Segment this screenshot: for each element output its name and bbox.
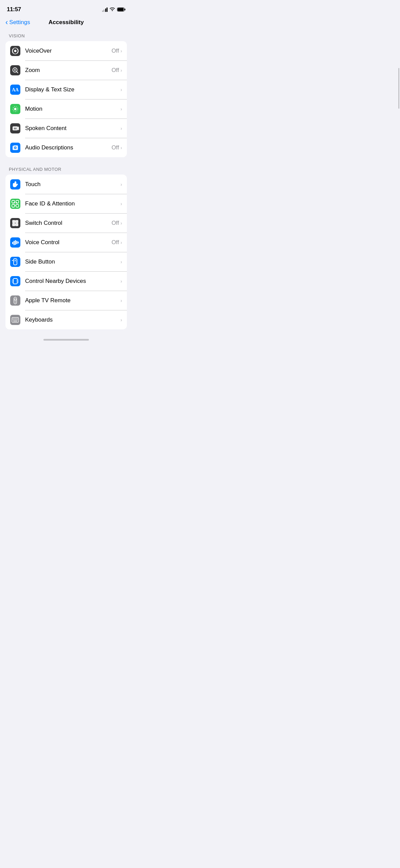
svg-rect-2 [118, 8, 124, 11]
motion-chevron-icon: › [120, 106, 122, 112]
home-indicator [0, 335, 132, 343]
apple-tv-remote-icon [10, 295, 20, 306]
motion-icon [10, 104, 20, 114]
face-id-row[interactable]: Face ID & Attention › [5, 194, 127, 213]
nav-bar: ‹ Settings Accessibility [0, 17, 132, 30]
audio-descriptions-status: Off [112, 144, 119, 151]
audio-descriptions-icon [10, 143, 20, 153]
zoom-label: Zoom [25, 67, 40, 74]
svg-point-4 [14, 50, 17, 52]
keyboards-icon [10, 315, 20, 325]
voiceover-row[interactable]: VoiceOver Off › [5, 41, 127, 60]
audio-descriptions-content: Audio Descriptions Off › [25, 144, 122, 151]
face-id-chevron-icon: › [120, 201, 122, 206]
keyboards-content: Keyboards › [25, 317, 122, 323]
switch-control-row[interactable]: Switch Control Off › [5, 213, 127, 233]
touch-content: Touch › [25, 181, 122, 188]
motion-content: Motion › [25, 106, 122, 112]
svg-point-36 [15, 284, 16, 284]
battery-icon [117, 7, 126, 12]
switch-control-content: Switch Control Off › [25, 220, 122, 227]
motion-row[interactable]: Motion › [5, 99, 127, 119]
voice-control-chevron-icon: › [120, 239, 122, 245]
zoom-right: Off › [112, 67, 122, 74]
svg-line-6 [17, 71, 18, 73]
back-label: Settings [9, 19, 30, 26]
back-button[interactable]: ‹ Settings [5, 19, 30, 26]
apple-tv-remote-right: › [120, 297, 122, 303]
voiceover-label: VoiceOver [25, 48, 52, 54]
svg-rect-51 [17, 320, 18, 320]
svg-rect-24 [12, 220, 15, 223]
vision-section: VISION VoiceOver Off › [0, 33, 132, 157]
page-title: Accessibility [49, 19, 84, 26]
touch-label: Touch [25, 181, 40, 188]
control-nearby-chevron-icon: › [120, 278, 122, 284]
svg-point-17 [15, 147, 16, 148]
display-text-content: Display & Text Size › [25, 86, 122, 93]
svg-text:AA: AA [12, 87, 19, 92]
side-button-right: › [120, 259, 122, 265]
face-id-right: › [120, 201, 122, 206]
svg-text:80: 80 [14, 127, 17, 130]
control-nearby-icon [10, 276, 20, 286]
motion-label: Motion [25, 106, 42, 112]
display-text-icon: AA [10, 85, 20, 95]
back-chevron-icon: ‹ [5, 19, 8, 26]
touch-icon [10, 179, 20, 189]
display-text-chevron-icon: › [120, 87, 122, 92]
keyboards-chevron-icon: › [120, 317, 122, 323]
side-button-icon [10, 257, 20, 267]
svg-rect-27 [15, 223, 18, 226]
svg-rect-29 [14, 241, 15, 245]
face-id-icon [10, 199, 20, 209]
svg-rect-45 [16, 318, 17, 319]
display-text-label: Display & Text Size [25, 86, 74, 93]
svg-rect-25 [15, 220, 18, 223]
audio-descriptions-right: Off › [112, 144, 122, 151]
control-nearby-label: Control Nearby Devices [25, 278, 86, 285]
touch-row[interactable]: Touch › [5, 175, 127, 194]
zoom-icon [10, 65, 20, 75]
zoom-status: Off [112, 67, 119, 74]
switch-control-label: Switch Control [25, 220, 62, 227]
voice-control-content: Voice Control Off › [25, 239, 122, 246]
audio-descriptions-row[interactable]: Audio Descriptions Off › [5, 138, 127, 157]
display-text-right: › [120, 87, 122, 92]
svg-point-38 [15, 299, 16, 300]
voice-control-label: Voice Control [25, 239, 59, 246]
apple-tv-remote-row[interactable]: Apple TV Remote › [5, 291, 127, 310]
voice-control-icon [10, 237, 20, 248]
control-nearby-row[interactable]: Control Nearby Devices › [5, 271, 127, 291]
side-button-row[interactable]: Side Button › [5, 252, 127, 271]
svg-point-22 [14, 202, 15, 203]
control-nearby-right: › [120, 278, 122, 284]
voiceover-icon [10, 46, 20, 56]
zoom-chevron-icon: › [120, 67, 122, 73]
switch-control-icon [10, 218, 20, 228]
svg-rect-52 [13, 321, 17, 321]
spoken-content-row[interactable]: 80 Spoken Content › [5, 119, 127, 138]
apple-tv-remote-content: Apple TV Remote › [25, 297, 122, 304]
keyboards-right: › [120, 317, 122, 323]
spoken-content-icon: 80 [10, 123, 20, 133]
status-icons [102, 7, 126, 12]
voiceover-content: VoiceOver Off › [25, 48, 122, 54]
zoom-content: Zoom Off › [25, 67, 122, 74]
svg-rect-42 [13, 318, 14, 319]
spoken-content-chevron-icon: › [120, 125, 122, 131]
zoom-row[interactable]: Zoom Off › [5, 60, 127, 80]
vision-section-label: VISION [5, 33, 127, 41]
svg-point-10 [14, 108, 17, 110]
wifi-icon [110, 7, 115, 12]
voiceover-right: Off › [112, 48, 122, 54]
svg-rect-48 [14, 320, 15, 320]
voice-control-row[interactable]: Voice Control Off › [5, 233, 127, 252]
svg-rect-32 [18, 241, 19, 243]
svg-rect-50 [16, 320, 17, 320]
svg-rect-1 [125, 9, 126, 11]
keyboards-row[interactable]: Keyboards › [5, 310, 127, 329]
svg-rect-28 [12, 242, 13, 244]
display-text-row[interactable]: AA Display & Text Size › [5, 80, 127, 99]
apple-tv-remote-label: Apple TV Remote [25, 297, 71, 304]
